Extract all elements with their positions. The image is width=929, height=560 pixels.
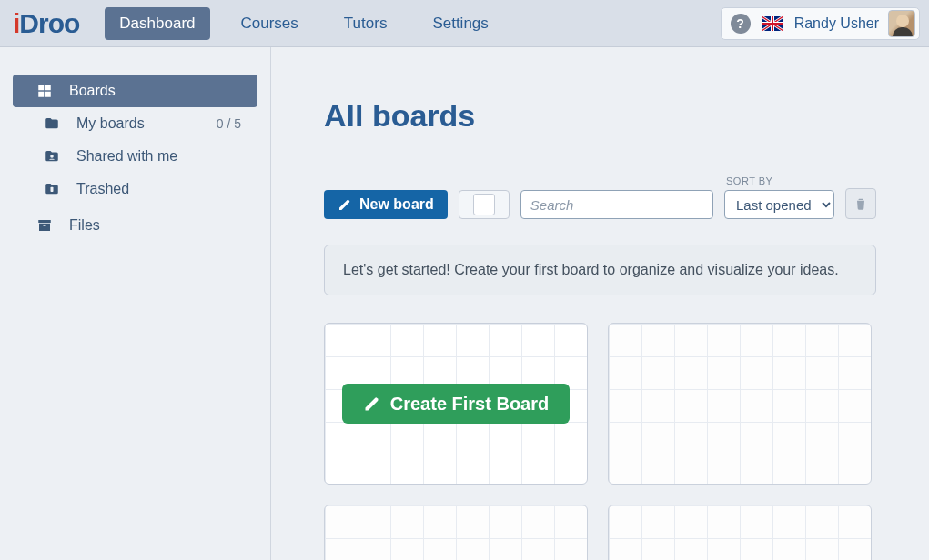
svg-rect-12 bbox=[39, 224, 50, 231]
sidebar-item-label: Boards bbox=[69, 83, 241, 99]
svg-point-9 bbox=[50, 155, 54, 158]
toolbar: New board SORT BY Last opened bbox=[324, 175, 876, 219]
nav-dashboard[interactable]: Dashboard bbox=[105, 7, 209, 40]
svg-rect-7 bbox=[38, 92, 44, 97]
svg-rect-10 bbox=[51, 187, 54, 192]
pencil-icon bbox=[338, 197, 352, 212]
new-board-button[interactable]: New board bbox=[324, 190, 448, 219]
nav-settings[interactable]: Settings bbox=[418, 7, 502, 40]
page-title: All boards bbox=[324, 98, 876, 134]
trash-folder-icon bbox=[44, 181, 62, 197]
nav-tutors[interactable]: Tutors bbox=[329, 7, 402, 40]
svg-rect-4 bbox=[762, 23, 783, 25]
svg-rect-13 bbox=[44, 225, 46, 226]
board-cards: Create First Board bbox=[324, 323, 876, 560]
main-area: All boards New board SORT BY Last opened bbox=[271, 47, 929, 560]
getting-started-banner: Let's get started! Create your first boa… bbox=[324, 245, 876, 295]
board-card-placeholder bbox=[608, 505, 872, 560]
folder-icon bbox=[44, 115, 62, 132]
nav-courses[interactable]: Courses bbox=[227, 7, 313, 40]
svg-rect-11 bbox=[38, 220, 51, 223]
create-first-label: Create First Board bbox=[390, 394, 550, 415]
archive-icon bbox=[36, 217, 55, 234]
help-icon[interactable]: ? bbox=[731, 14, 751, 34]
sort-select[interactable]: Last opened bbox=[724, 190, 834, 219]
sidebar-item-label: Trashed bbox=[76, 181, 241, 197]
sidebar-item-label: Shared with me bbox=[76, 148, 241, 165]
pencil-icon bbox=[363, 395, 381, 413]
boards-icon bbox=[36, 83, 55, 99]
select-all-checkbox[interactable] bbox=[473, 194, 495, 215]
sidebar-item-shared[interactable]: Shared with me bbox=[13, 140, 257, 173]
svg-rect-8 bbox=[45, 92, 51, 97]
svg-rect-5 bbox=[38, 85, 44, 90]
sidebar-item-files[interactable]: Files bbox=[13, 209, 257, 242]
sidebar-item-trashed[interactable]: Trashed bbox=[13, 173, 257, 205]
sort-label: SORT BY bbox=[724, 175, 834, 186]
sort-group: SORT BY Last opened bbox=[724, 175, 834, 219]
select-all-wrap bbox=[459, 190, 510, 219]
sidebar: Boards My boards 0 / 5 Shared with me Tr… bbox=[0, 47, 271, 560]
sidebar-item-myboards[interactable]: My boards 0 / 5 bbox=[13, 107, 257, 140]
user-name[interactable]: Randy Usher bbox=[794, 15, 879, 32]
trash-icon bbox=[853, 196, 868, 211]
create-first-card: Create First Board bbox=[324, 323, 588, 485]
search-input[interactable] bbox=[520, 190, 713, 219]
myboards-count: 0 / 5 bbox=[217, 116, 241, 131]
trash-button[interactable] bbox=[845, 188, 876, 219]
board-card-placeholder bbox=[324, 505, 588, 560]
board-card-placeholder bbox=[608, 323, 872, 485]
logo[interactable]: i Droo bbox=[13, 8, 79, 39]
svg-rect-6 bbox=[45, 85, 51, 90]
shared-folder-icon bbox=[44, 148, 62, 165]
user-box: ? Randy Usher bbox=[721, 7, 920, 40]
logo-letter-i: i bbox=[13, 8, 19, 39]
sidebar-item-label: Files bbox=[69, 217, 241, 234]
flag-uk-icon[interactable] bbox=[762, 16, 783, 31]
sidebar-item-boards[interactable]: Boards bbox=[13, 75, 257, 107]
logo-letter-rest: Droo bbox=[19, 8, 79, 39]
new-board-label: New board bbox=[359, 196, 434, 213]
create-first-button[interactable]: Create First Board bbox=[342, 384, 571, 424]
avatar[interactable] bbox=[888, 10, 915, 37]
top-nav: i Droo Dashboard Courses Tutors Settings… bbox=[0, 0, 929, 47]
sidebar-item-label: My boards bbox=[76, 115, 217, 132]
